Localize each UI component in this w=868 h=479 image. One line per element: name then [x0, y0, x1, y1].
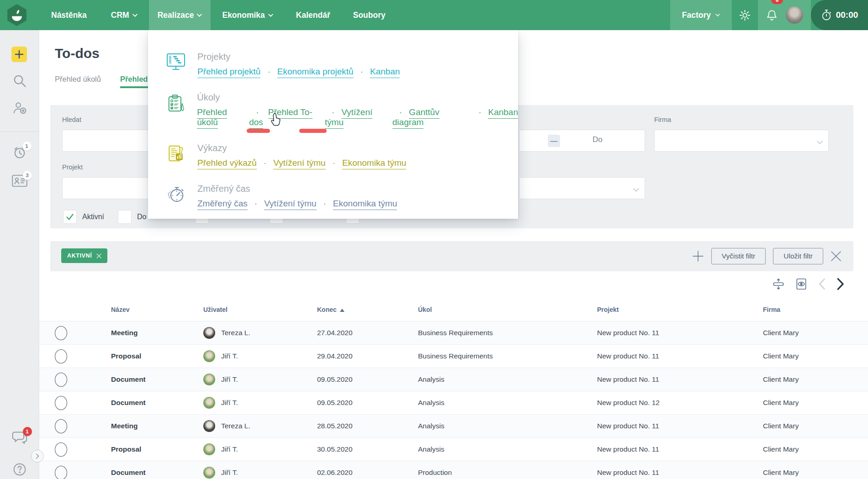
menu-link-label: Přehled To-dos [249, 107, 312, 129]
row-select-radio[interactable] [55, 442, 67, 457]
quick-add-button[interactable] [11, 47, 27, 62]
mouse-hand-cursor-icon [270, 113, 281, 129]
row-height-icon[interactable] [772, 278, 785, 290]
user-avatar [203, 467, 215, 479]
menu-section-zmereny-cas: Změřený čas Změřený čas Vytížení týmu Ek… [166, 183, 518, 209]
menu-link-ekonomika-projektu[interactable]: Ekonomika projektů [260, 67, 353, 77]
menu-link-kanban-ukoly[interactable]: Kanban [471, 107, 518, 117]
row-select-radio[interactable] [55, 396, 67, 410]
table-row[interactable]: Meeting Tereza L. 28.05.2020 Analysis Ne… [39, 415, 868, 438]
notifications-bell-icon[interactable]: 6 [766, 0, 778, 30]
sidebar-reminders-icon[interactable]: 1 [0, 145, 39, 162]
row-select-radio[interactable] [55, 349, 67, 363]
sidebar-search-icon[interactable] [0, 74, 39, 88]
menu-link-kanban-projekty[interactable]: Kanban [354, 67, 400, 77]
row-select-radio[interactable] [55, 419, 67, 433]
checkbox-active[interactable] [63, 210, 77, 224]
cell-task: Business Requirements [418, 345, 493, 368]
cell-end-date: 02.06.2020 [317, 461, 353, 479]
col-header-ukol[interactable]: Úkol [418, 306, 432, 313]
col-header-konec[interactable]: Konec [317, 306, 344, 313]
secondary-select[interactable] [519, 177, 645, 199]
menu-link-prehled-ukolu[interactable]: Přehled úkolů [197, 107, 249, 127]
row-select-radio[interactable] [55, 373, 67, 387]
sidebar-expand-button[interactable] [31, 450, 44, 463]
nav-item-nastenka[interactable]: Nástěnka [38, 0, 100, 30]
menu-link-ekonomika-tymu-cas[interactable]: Ekonomika týmu [317, 199, 397, 209]
save-filter-button[interactable]: Uložit filtr [773, 248, 823, 264]
cell-name: Document [111, 391, 146, 414]
table-row[interactable]: Proposal Jiří T. 29.04.2020 Business Req… [39, 345, 868, 368]
menu-link-label: Přehled projektů [197, 67, 260, 78]
column-visibility-icon[interactable] [795, 278, 808, 290]
menu-link-label: Kanban [370, 67, 400, 78]
cell-company: Client Mary [763, 391, 799, 414]
table-row[interactable]: Proposal Jiří T. 30.05.2020 Analysis New… [39, 438, 868, 461]
cell-user: Tereza L. [221, 329, 250, 337]
menu-link-prehled-todos[interactable]: Přehled To-dos [249, 107, 325, 127]
clear-filter-button[interactable]: Vyčistit filtr [711, 248, 766, 264]
page-next-icon[interactable] [836, 278, 845, 290]
menu-link-vytizeni-tymu-cas[interactable]: Vytížení týmu [248, 199, 317, 209]
table-body: Meeting Tereza L. 27.04.2020 Business Re… [39, 321, 868, 479]
menu-link-zmereny-cas[interactable]: Změřený čas [197, 199, 248, 209]
user-avatar[interactable] [786, 6, 803, 24]
nav-item-kalendar[interactable]: Kalendář [285, 0, 342, 30]
cell-user: Jiří T. [221, 375, 238, 384]
cell-task: Production [418, 461, 452, 479]
checkbox-done-label: Do [137, 210, 146, 224]
menu-link-vytizeni-tymu-ukoly[interactable]: Vytížení týmu [325, 107, 392, 127]
nav-item-realizace[interactable]: Realizace [149, 0, 211, 30]
chevron-down-icon [132, 14, 138, 17]
cell-company: Client Mary [763, 368, 799, 391]
settings-gear-icon[interactable] [732, 0, 758, 30]
todos-table: Název Uživatel Konec Úkol Projekt Firma … [39, 301, 868, 479]
menu-link-prehled-vykazu[interactable]: Přehled výkazů [197, 158, 257, 168]
col-header-firma[interactable]: Firma [763, 306, 780, 313]
menu-section-content: Úkoly Přehled úkolů Přehled To-dos Vyt [197, 92, 518, 127]
sidebar-contacts-card-icon[interactable]: 3 [0, 174, 39, 189]
page-previous-icon[interactable] [818, 278, 826, 290]
workspace-selector[interactable]: Factory [670, 0, 732, 30]
sidebar-chat-icon[interactable]: 1 [0, 431, 39, 446]
col-header-projekt[interactable]: Projekt [597, 306, 619, 313]
checkbox-done[interactable] [118, 210, 132, 224]
row-select-radio[interactable] [55, 466, 67, 479]
close-filter-icon[interactable] [831, 251, 842, 262]
menu-link-ganttuv-diagram[interactable]: Ganttův diagram [392, 107, 471, 127]
chip-remove-icon[interactable] [96, 253, 101, 258]
cell-project: New product No. 11 [597, 438, 659, 461]
menu-section-title: Úkoly [197, 92, 518, 103]
nav-item-label: Realizace [158, 11, 194, 20]
date-to-placeholder: Do [593, 135, 603, 144]
col-header-nazev[interactable]: Název [111, 306, 129, 313]
table-row[interactable]: Document Jiří T. 09.05.2020 Analysis New… [39, 391, 868, 415]
col-header-uzivatel[interactable]: Uživatel [203, 306, 228, 313]
add-filter-icon[interactable] [692, 250, 704, 262]
nav-item-ekonomika[interactable]: Ekonomika [211, 0, 284, 30]
nav-item-soubory[interactable]: Soubory [342, 0, 397, 30]
sidebar-help-icon[interactable] [0, 462, 39, 477]
sidebar-add-contact-icon[interactable] [0, 101, 39, 114]
time-tracker[interactable]: 00:00 [811, 0, 868, 30]
row-select-radio[interactable] [55, 326, 67, 340]
table-row[interactable]: Document Jiří T. 02.06.2020 Production N… [39, 461, 868, 479]
menu-link-vytizeni-tymu-vykazy[interactable]: Vytížení týmu [257, 158, 326, 168]
table-row[interactable]: Meeting Tereza L. 27.04.2020 Business Re… [39, 321, 868, 345]
table-row[interactable]: Document Jiří T. 09.05.2020 Analysis New… [39, 368, 868, 391]
chevron-down-icon [715, 14, 720, 16]
nav-item-label: Kalendář [296, 11, 330, 20]
filter-chip-aktivni[interactable]: AKTIVNÍ [61, 248, 107, 263]
company-select[interactable] [654, 130, 829, 152]
projects-gantt-monitor-icon [166, 51, 185, 77]
menu-link-ekonomika-tymu-vykazy[interactable]: Ekonomika týmu [326, 158, 407, 168]
menu-section-title: Výkazy [197, 142, 406, 154]
nav-item-crm[interactable]: CRM [100, 0, 149, 30]
cell-project: New product No. 11 [597, 321, 659, 344]
app-logo[interactable] [5, 4, 28, 26]
date-range-field[interactable]: — Do [519, 130, 645, 152]
tab-prehled-ukolu[interactable]: Přehled úkolů [55, 75, 101, 88]
filter-chip-label: AKTIVNÍ [67, 253, 92, 259]
chevron-down-icon [633, 185, 639, 194]
menu-link-prehled-projektu[interactable]: Přehled projektů [197, 67, 260, 77]
